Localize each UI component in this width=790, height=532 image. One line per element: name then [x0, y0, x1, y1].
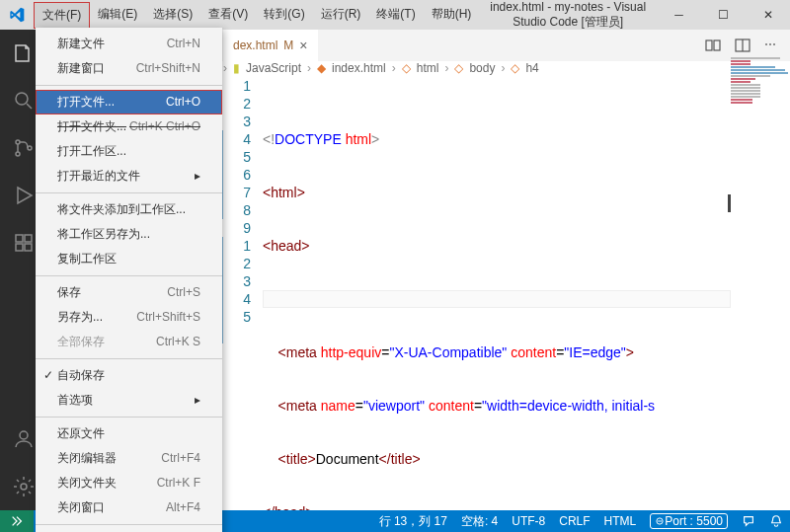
menu-new-window[interactable]: 新建窗口Ctrl+Shift+N: [36, 56, 222, 81]
close-icon[interactable]: ✕: [746, 0, 790, 30]
menu-revert-file[interactable]: 还原文件: [36, 421, 222, 446]
menu-go[interactable]: 转到(G): [256, 2, 312, 29]
window-title: index.html - my-notes - Visual Studio Co…: [479, 0, 657, 31]
more-icon[interactable]: ⋯: [764, 38, 776, 53]
svg-point-8: [20, 431, 28, 439]
menu-save-all[interactable]: 全部保存Ctrl+K S: [36, 330, 222, 354]
menu-open-workspace[interactable]: 打开工作区...: [36, 139, 222, 164]
code-area[interactable]: <!DOCTYPE html> <html> <head> <meta char…: [263, 75, 790, 532]
svg-rect-10: [706, 40, 712, 50]
menu-auto-save[interactable]: ✓自动保存: [36, 363, 222, 388]
menu-save-workspace-as[interactable]: 将工作区另存为...: [36, 222, 222, 247]
cursor-position[interactable]: 行 13，列 17: [372, 513, 454, 530]
svg-rect-7: [25, 244, 32, 251]
menu-save-as[interactable]: 另存为...Ctrl+Shift+S: [36, 305, 222, 330]
minimap[interactable]: [731, 56, 790, 234]
menu-duplicate-workspace[interactable]: 复制工作区: [36, 247, 222, 271]
menu-open-recent[interactable]: 打开最近的文件▸: [36, 164, 222, 189]
menu-file[interactable]: 文件(F): [34, 2, 90, 29]
editor[interactable]: 1234 5678 912 345 <!DOCTYPE html> <html>…: [223, 75, 790, 532]
html-file-icon: ◆: [317, 61, 326, 75]
svg-point-2: [16, 152, 20, 156]
tab-git-status: M: [283, 38, 293, 52]
line-gutter: 1234 5678 912 345: [223, 75, 263, 532]
bell-icon[interactable]: [762, 514, 790, 528]
menu-close-folder[interactable]: 关闭文件夹Ctrl+K F: [36, 471, 222, 495]
breadcrumb[interactable]: ›▮JavaScript ›◆index.html ›◇html ›◇body …: [223, 61, 790, 75]
encoding[interactable]: UTF-8: [505, 514, 552, 528]
menu-open-folder[interactable]: 打开文件夹...Ctrl+K Ctrl+O: [36, 114, 222, 139]
menu-close-editor[interactable]: 关闭编辑器Ctrl+F4: [36, 446, 222, 471]
tab-label: dex.html: [233, 38, 277, 52]
svg-point-0: [16, 93, 28, 105]
menu-help[interactable]: 帮助(H): [424, 2, 480, 29]
menu-open-file[interactable]: 打开文件...Ctrl+O: [36, 90, 222, 114]
indent[interactable]: 空格: 4: [454, 513, 505, 530]
menu-view[interactable]: 查看(V): [200, 2, 256, 29]
menu-edit[interactable]: 编辑(E): [90, 2, 145, 29]
tab-close-icon[interactable]: ×: [299, 38, 307, 53]
menu-add-folder[interactable]: 将文件夹添加到工作区...: [36, 197, 222, 222]
split-editor-icon[interactable]: [735, 38, 750, 53]
menu-close-window[interactable]: 关闭窗口Alt+F4: [36, 495, 222, 520]
menubar: 文件(F) 编辑(E) 选择(S) 查看(V) 转到(G) 运行(R) 终端(T…: [34, 2, 479, 29]
menu-new-file[interactable]: 新建文件Ctrl+N: [36, 32, 222, 56]
feedback-icon[interactable]: [735, 514, 762, 528]
menu-run[interactable]: 运行(R): [313, 2, 369, 29]
window-controls: ─ ☐ ✕: [657, 0, 790, 30]
tag-icon: ◇: [402, 61, 411, 75]
file-menu-dropdown: 新建文件Ctrl+N 新建窗口Ctrl+Shift+N 打开文件...Ctrl+…: [36, 28, 222, 532]
js-folder-icon: ▮: [233, 61, 240, 75]
menu-terminal[interactable]: 终端(T): [368, 2, 423, 29]
compare-icon[interactable]: [705, 38, 721, 53]
menu-select[interactable]: 选择(S): [145, 2, 200, 29]
tag-icon: ◇: [511, 61, 519, 75]
svg-rect-5: [25, 235, 32, 242]
minimize-icon[interactable]: ─: [657, 0, 701, 30]
svg-point-1: [16, 140, 20, 144]
svg-rect-6: [16, 244, 23, 251]
tab-index-html[interactable]: dex.html M ×: [223, 30, 318, 61]
menu-save[interactable]: 保存Ctrl+S: [36, 280, 222, 305]
editor-actions: ⋯: [705, 38, 790, 53]
vscode-icon: [0, 7, 34, 23]
eol[interactable]: CRLF: [552, 514, 596, 528]
titlebar: 文件(F) 编辑(E) 选择(S) 查看(V) 转到(G) 运行(R) 终端(T…: [0, 0, 790, 30]
svg-rect-4: [16, 235, 23, 242]
remote-icon[interactable]: [0, 510, 34, 532]
language-mode[interactable]: HTML: [597, 514, 644, 528]
tag-icon: ◇: [454, 61, 463, 75]
svg-point-9: [21, 484, 27, 490]
live-server[interactable]: Port : 5500: [643, 513, 735, 529]
maximize-icon[interactable]: ☐: [701, 0, 746, 30]
svg-rect-11: [714, 40, 720, 50]
menu-preferences[interactable]: 首选项▸: [36, 388, 222, 413]
